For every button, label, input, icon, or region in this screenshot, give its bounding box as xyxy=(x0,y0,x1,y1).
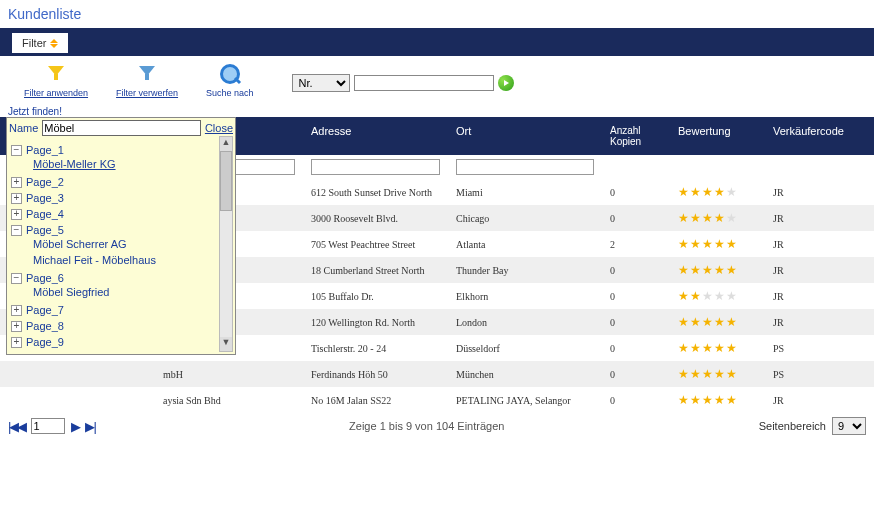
star-icon xyxy=(690,264,702,276)
first-page-button[interactable]: |◀◀ xyxy=(8,419,25,434)
tree-node-header[interactable]: −Page_6 xyxy=(11,272,217,284)
tree-node-header[interactable]: +Page_8 xyxy=(11,320,217,332)
cell: 0 xyxy=(602,392,670,409)
cell: 612 South Sunset Drive North xyxy=(303,184,448,201)
search-value-input[interactable] xyxy=(354,75,494,91)
tree-node-header[interactable]: +Page_2 xyxy=(11,176,217,188)
cell: 705 West Peachtree Street xyxy=(303,236,448,253)
star-icon xyxy=(678,290,690,302)
cell: Ferdinands Höh 50 xyxy=(303,366,448,383)
go-button[interactable] xyxy=(498,75,514,91)
tab-filter[interactable]: Filter xyxy=(12,33,68,53)
star-icon xyxy=(726,212,738,224)
search-button[interactable]: Suche nach xyxy=(206,64,254,98)
search-label: Suche nach xyxy=(206,88,254,98)
filter-input[interactable] xyxy=(311,159,440,175)
cell: JR xyxy=(765,288,874,305)
col-header-kopien[interactable]: Anzahl Kopien xyxy=(602,125,670,147)
tree-node-header[interactable]: +Page_9 xyxy=(11,336,217,348)
table-row[interactable]: mbHFerdinands Höh 50München0PS xyxy=(0,361,874,387)
star-icon xyxy=(702,342,714,354)
star-icon xyxy=(678,316,690,328)
popup-close-link[interactable]: Close xyxy=(205,122,233,134)
scroll-up-icon[interactable]: ▲ xyxy=(220,137,232,151)
cell: JR xyxy=(765,392,874,409)
discard-filter-button[interactable]: Filter verwerfen xyxy=(116,64,178,98)
star-icon xyxy=(726,264,738,276)
cell: JR xyxy=(765,314,874,331)
cell: Tischlerstr. 20 - 24 xyxy=(303,340,448,357)
star-icon xyxy=(726,394,738,406)
star-icon xyxy=(702,212,714,224)
col-header-verkaeufer[interactable]: Verkäufercode xyxy=(765,125,874,147)
toolbar: Filter anwenden Filter verwerfen Suche n… xyxy=(0,56,874,106)
search-box: Nr. xyxy=(292,74,514,92)
tree-leaf[interactable]: Möbel-Meller KG xyxy=(11,156,217,172)
star-icon xyxy=(714,238,726,250)
expand-icon[interactable]: + xyxy=(11,321,22,332)
expand-icon[interactable]: + xyxy=(11,209,22,220)
cell: JR xyxy=(765,210,874,227)
col-header-adresse[interactable]: Adresse xyxy=(303,125,448,147)
tree-node-header[interactable]: −Page_5 xyxy=(11,224,217,236)
tree-leaf[interactable]: Michael Feit - Möbelhaus xyxy=(11,252,217,268)
tree-node-label: Page_3 xyxy=(26,192,64,204)
cell: Düsseldorf xyxy=(448,340,602,357)
star-icon xyxy=(714,368,726,380)
tree-node: +Page_8 xyxy=(11,318,217,334)
star-icon xyxy=(690,342,702,354)
star-icon xyxy=(690,290,702,302)
popup-name-input[interactable] xyxy=(42,120,201,136)
range-select[interactable]: 9 xyxy=(832,417,866,435)
expand-icon[interactable]: + xyxy=(11,305,22,316)
star-icon xyxy=(714,290,726,302)
star-icon xyxy=(690,368,702,380)
search-field-select[interactable]: Nr. xyxy=(292,74,350,92)
popup-name-label: Name xyxy=(9,122,38,134)
cell: aysia Sdn Bhd xyxy=(155,392,303,409)
collapse-icon[interactable]: − xyxy=(11,273,22,284)
cell xyxy=(0,397,155,403)
tree-node-header[interactable]: +Page_7 xyxy=(11,304,217,316)
table-row[interactable]: aysia Sdn BhdNo 16M Jalan SS22PETALING J… xyxy=(0,387,874,413)
expand-icon[interactable]: + xyxy=(11,193,22,204)
tree-node-label: Page_2 xyxy=(26,176,64,188)
star-icon xyxy=(702,238,714,250)
scroll-down-icon[interactable]: ▼ xyxy=(220,337,232,351)
filter-input[interactable] xyxy=(456,159,594,175)
apply-filter-button[interactable]: Filter anwenden xyxy=(24,64,88,98)
page-input[interactable] xyxy=(31,418,65,434)
tree-node-label: Page_8 xyxy=(26,320,64,332)
tree-node: −Page_5Möbel Scherrer AGMichael Feit - M… xyxy=(11,222,217,270)
scroll-thumb[interactable] xyxy=(220,151,232,211)
tree-node-header[interactable]: +Page_3 xyxy=(11,192,217,204)
cell: Elkhorn xyxy=(448,288,602,305)
tree-leaf[interactable]: Möbel Scherrer AG xyxy=(11,236,217,252)
next-page-button[interactable]: ▶ xyxy=(71,419,79,434)
star-icon xyxy=(714,212,726,224)
grid-wrapper: Adresse Ort Anzahl Kopien Bewertung Verk… xyxy=(0,117,874,413)
popup-scrollbar[interactable]: ▲ ▼ xyxy=(219,136,233,352)
cell: mbH xyxy=(155,366,303,383)
pager-info: Zeige 1 bis 9 von 104 Einträgen xyxy=(101,420,753,432)
col-header-ort[interactable]: Ort xyxy=(448,125,602,147)
expand-icon[interactable]: + xyxy=(11,337,22,348)
star-icon xyxy=(714,316,726,328)
star-icon xyxy=(702,316,714,328)
expand-icon[interactable]: + xyxy=(11,177,22,188)
tree-node-header[interactable]: +Page_4 xyxy=(11,208,217,220)
tree-node: +Page_4 xyxy=(11,206,217,222)
collapse-icon[interactable]: − xyxy=(11,145,22,156)
tree-node: −Page_6Möbel Siegfried xyxy=(11,270,217,302)
tree-node: +Page_3 xyxy=(11,190,217,206)
star-icon xyxy=(678,264,690,276)
rating-cell xyxy=(670,235,765,253)
tree-node-header[interactable]: −Page_1 xyxy=(11,144,217,156)
cell: PS xyxy=(765,340,874,357)
tree-node-label: Page_7 xyxy=(26,304,64,316)
rating-cell xyxy=(670,183,765,201)
last-page-button[interactable]: ▶| xyxy=(85,419,94,434)
tree-leaf[interactable]: Möbel Siegfried xyxy=(11,284,217,300)
collapse-icon[interactable]: − xyxy=(11,225,22,236)
col-header-bewertung[interactable]: Bewertung xyxy=(670,125,765,147)
